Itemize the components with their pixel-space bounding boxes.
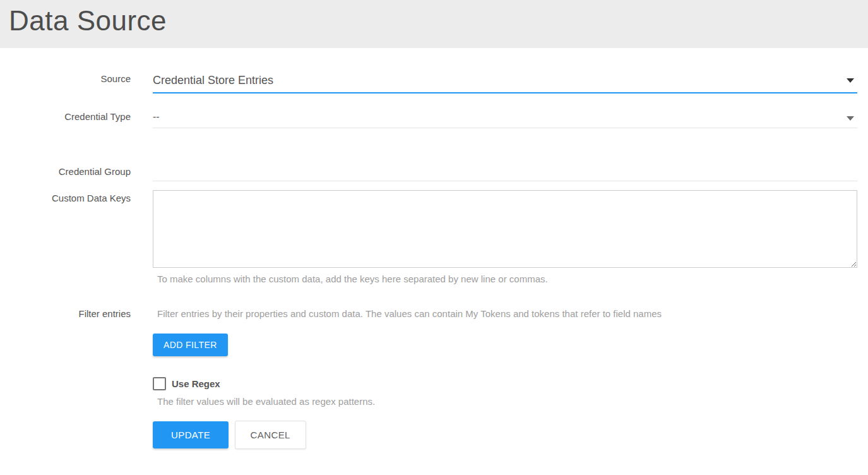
source-select[interactable]: Credential Store Entries [153, 71, 857, 93]
use-regex-label: Use Regex [172, 378, 220, 389]
custom-data-keys-row: Custom Data Keys To make columns with th… [0, 190, 868, 284]
credential-type-select[interactable]: -- [153, 109, 857, 128]
chevron-down-icon [847, 116, 854, 121]
chevron-down-icon [847, 78, 854, 83]
use-regex-row: Use Regex The filter values will be eval… [0, 377, 868, 407]
custom-data-keys-help: To make columns with the custom data, ad… [153, 274, 857, 284]
add-filter-spacer [0, 334, 131, 336]
credential-group-row: Credential Group [0, 164, 868, 181]
add-filter-row: ADD FILTER [0, 334, 868, 356]
use-regex-checkbox[interactable] [153, 377, 166, 390]
credential-type-selected-value: -- [153, 109, 857, 128]
filter-entries-label: Filter entries [0, 306, 131, 319]
custom-data-keys-label: Custom Data Keys [0, 190, 131, 203]
actions-row: UPDATE CANCEL [0, 421, 868, 449]
credential-group-input[interactable] [153, 164, 857, 181]
filter-entries-description: Filter entries by their properties and c… [153, 306, 857, 319]
use-regex-spacer [0, 377, 131, 380]
source-label: Source [0, 71, 131, 84]
credential-type-row: Credential Type -- [0, 109, 868, 128]
page-title: Data Source [9, 5, 868, 37]
custom-data-keys-textarea[interactable] [153, 190, 857, 268]
source-row: Source Credential Store Entries [0, 71, 868, 93]
use-regex-help: The filter values will be evaluated as r… [153, 396, 857, 407]
credential-group-label: Credential Group [0, 164, 131, 177]
update-button[interactable]: UPDATE [153, 421, 229, 448]
page-header: Data Source [0, 0, 868, 48]
source-selected-value: Credential Store Entries [153, 71, 857, 92]
add-filter-button[interactable]: ADD FILTER [153, 334, 228, 356]
credential-type-label: Credential Type [0, 109, 131, 122]
filter-entries-row: Filter entries Filter entries by their p… [0, 306, 868, 319]
actions-spacer [0, 421, 131, 423]
cancel-button[interactable]: CANCEL [235, 421, 306, 449]
data-source-form: Source Credential Store Entries Credenti… [0, 71, 868, 449]
